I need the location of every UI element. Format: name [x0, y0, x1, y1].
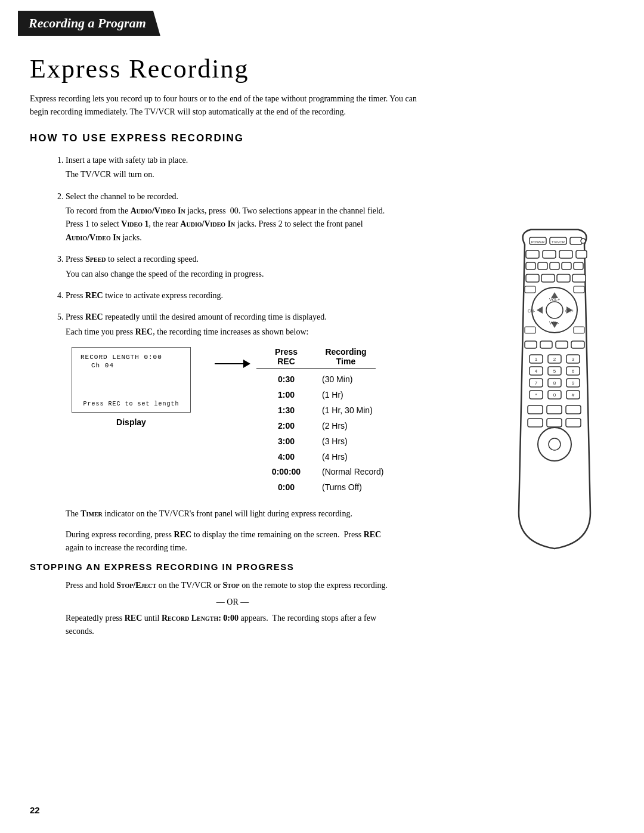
stop-section: Stopping an Express Recording in Progres…	[30, 562, 423, 638]
remote-svg: POWER TV/VCR CH- CH+ VOL+ VOL-	[495, 227, 614, 561]
intro-text: Express recording lets you record up to …	[30, 92, 435, 119]
svg-text:0: 0	[553, 392, 556, 398]
col-rec-header: Recording Time	[316, 347, 376, 368]
svg-text:#: #	[572, 392, 575, 398]
svg-text:VOL-: VOL-	[549, 321, 559, 325]
display-bottom: Press REC to set length	[72, 401, 190, 407]
remote-illustration: POWER TV/VCR CH- CH+ VOL+ VOL-	[495, 227, 614, 563]
rec-table-row: 0:00:00 (Normal Record)	[256, 465, 447, 480]
rec-rows-container: 0:30 (30 Min) 1:00 (1 Hr) 1:30 (1 Hr, 30…	[256, 372, 447, 496]
rec-value: 0:00	[256, 480, 316, 496]
rec-desc: (Normal Record)	[316, 465, 447, 480]
svg-rect-65	[547, 419, 562, 427]
svg-text:6: 6	[572, 368, 575, 374]
rec-value: 2:00	[256, 419, 316, 434]
section1-title: How to Use Express Recording	[30, 132, 614, 144]
rec-desc: (2 Hrs)	[316, 419, 447, 434]
stop-para: Press and hold Stop/Eject on the TV/VCR …	[66, 579, 400, 592]
svg-text:5: 5	[553, 368, 556, 374]
step-3: Press Speed to select a recording speed.…	[66, 253, 400, 281]
rec-table-row: 2:00 (2 Hrs)	[256, 419, 447, 434]
stop-para-text: Press and hold Stop/Eject on the TV/VCR …	[66, 579, 400, 592]
step-1: Insert a tape with safety tab in place. …	[66, 154, 400, 182]
rec-desc: (30 Min)	[316, 372, 447, 388]
svg-text:4: 4	[535, 368, 538, 374]
svg-text:9: 9	[572, 380, 575, 386]
rec-table-row: 0:30 (30 Min)	[256, 372, 447, 388]
step-1-sub: The TV/VCR will turn on.	[66, 168, 400, 181]
rec-time-table: Press REC Recording Time 0:30 (30 Min) 1…	[256, 347, 447, 496]
svg-text:7: 7	[535, 380, 538, 386]
page-number: 22	[30, 805, 40, 815]
svg-rect-31	[525, 327, 535, 333]
svg-rect-15	[526, 274, 539, 282]
step-2-sub: To record from the Audio/Video In jacks,…	[66, 205, 400, 244]
svg-rect-6	[526, 250, 539, 258]
svg-rect-13	[562, 262, 571, 270]
svg-text:CH-: CH-	[528, 309, 535, 313]
stop-para2: Repeatedly press REC until Record Length…	[66, 612, 400, 639]
display-line1: RECORD LENGTH 0:00	[80, 354, 182, 361]
col-press-header: Press REC	[256, 347, 316, 368]
stop-para2-text: Repeatedly press REC until Record Length…	[66, 612, 400, 639]
svg-text:*: *	[535, 392, 537, 398]
step-4-main: Press REC twice to activate express reco…	[66, 291, 223, 300]
rec-desc: (Turns Off)	[316, 480, 447, 496]
step-3-main: Press Speed to select a recording speed.	[66, 255, 199, 264]
para2-text: During express recording, press REC to d…	[66, 528, 400, 555]
step-3-sub: You can also change the speed of the rec…	[66, 268, 400, 281]
svg-rect-29	[525, 286, 535, 293]
step-5-sub: Each time you press REC, the recording t…	[66, 326, 400, 339]
rec-desc: (3 Hrs)	[316, 434, 447, 450]
rec-table-row: 1:30 (1 Hr, 30 Min)	[256, 403, 447, 419]
page-title: Express Recording	[30, 54, 614, 84]
svg-text:2: 2	[553, 357, 556, 362]
svg-rect-18	[572, 274, 586, 282]
svg-rect-35	[556, 341, 568, 348]
svg-text:CH+: CH+	[565, 309, 574, 313]
rec-value: 0:00:00	[256, 465, 316, 480]
svg-rect-36	[571, 341, 584, 348]
display-label: Display	[116, 417, 146, 427]
rec-table-row: 4:00 (4 Hrs)	[256, 450, 447, 465]
svg-rect-64	[528, 419, 543, 427]
step-2: Select the channel to be recorded. To re…	[66, 190, 400, 245]
svg-text:1: 1	[535, 357, 538, 362]
step-2-main: Select the channel to be recorded.	[66, 192, 178, 201]
svg-rect-33	[525, 341, 537, 348]
para2: During express recording, press REC to d…	[66, 528, 400, 555]
svg-rect-63	[566, 405, 581, 414]
svg-rect-7	[543, 250, 556, 258]
display-line2: Ch 04	[91, 362, 182, 369]
step-5: Press REC repeatedly until the desired a…	[66, 311, 400, 339]
rec-desc: (4 Hrs)	[316, 450, 447, 465]
svg-rect-11	[538, 262, 547, 270]
section2-title: Stopping an Express Recording in Progres…	[30, 562, 423, 572]
para1-text: The Timer indicator on the TV/VCR's fron…	[66, 507, 400, 521]
svg-rect-17	[557, 274, 570, 282]
rec-table-section: RECORD LENGTH 0:00 Ch 04 Press REC to se…	[66, 347, 531, 496]
rec-table-row: 0:00 (Turns Off)	[256, 480, 447, 496]
header-tab: Recording a Program	[18, 11, 160, 36]
svg-rect-32	[574, 327, 584, 333]
svg-rect-9	[576, 250, 587, 258]
rec-desc: (1 Hr)	[316, 388, 447, 403]
table-header: Press REC Recording Time	[256, 347, 447, 368]
svg-point-68	[549, 438, 561, 450]
svg-point-20	[546, 302, 563, 318]
svg-rect-14	[574, 262, 583, 270]
svg-rect-16	[541, 274, 555, 282]
svg-point-5	[581, 239, 586, 243]
right-arrow-icon	[215, 358, 250, 370]
svg-rect-66	[566, 419, 581, 427]
svg-rect-2	[570, 237, 582, 244]
svg-rect-12	[550, 262, 559, 270]
step-4: Press REC twice to activate express reco…	[66, 289, 400, 302]
rec-value: 0:30	[256, 372, 316, 388]
display-box-wrap: RECORD LENGTH 0:00 Ch 04 Press REC to se…	[66, 347, 197, 427]
rec-desc: (1 Hr, 30 Min)	[316, 403, 447, 419]
svg-rect-34	[540, 341, 552, 348]
rec-table-row: 1:00 (1 Hr)	[256, 388, 447, 403]
svg-text:3: 3	[572, 357, 575, 362]
rec-table-row: 3:00 (3 Hrs)	[256, 434, 447, 450]
